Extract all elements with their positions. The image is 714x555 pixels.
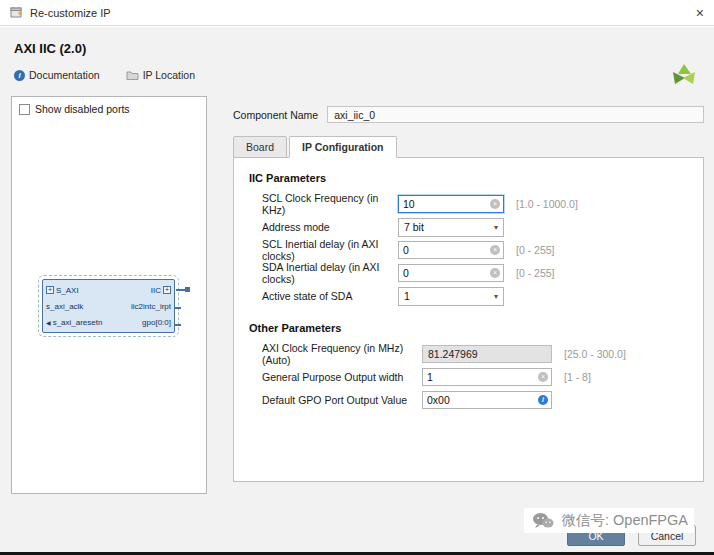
param-range: [0 - 255] bbox=[516, 267, 555, 279]
configuration-panel: Component Name Board IP Configuration II… bbox=[233, 96, 704, 482]
documentation-link-label: Documentation bbox=[29, 69, 100, 81]
component-name-row: Component Name bbox=[233, 106, 704, 123]
param-label: SDA Inertial delay (in AXI clocks) bbox=[262, 261, 398, 285]
address-mode-select[interactable]: 7 bit ▾ bbox=[398, 218, 504, 237]
component-name-input[interactable] bbox=[328, 109, 703, 121]
param-range: [1 - 8] bbox=[564, 371, 591, 383]
clear-icon[interactable]: × bbox=[490, 245, 500, 255]
other-parameters-section: Other Parameters AXI Clock Frequency (in… bbox=[248, 322, 689, 409]
ok-button[interactable]: OK bbox=[567, 525, 625, 546]
chevron-down-icon: ▾ bbox=[494, 292, 498, 301]
titlebar: Re-customize IP × bbox=[0, 0, 714, 26]
param-row-active-state-sda: Active state of SDA 1 ▾ bbox=[262, 287, 689, 305]
param-range: [1.0 - 1000.0] bbox=[516, 198, 578, 210]
port-label: s_axi_aresetn bbox=[53, 318, 103, 327]
param-label: AXI Clock Frequency (in MHz) (Auto) bbox=[262, 342, 422, 366]
vivado-logo bbox=[670, 61, 698, 89]
expand-plus-icon[interactable]: + bbox=[46, 286, 54, 294]
param-label: SCL Inertial delay (in AXI clocks) bbox=[262, 238, 398, 262]
sda-inertial-delay-input[interactable] bbox=[399, 267, 490, 279]
param-range: [25.0 - 300.0] bbox=[564, 348, 626, 360]
component-name-label: Component Name bbox=[233, 109, 318, 121]
port-label: gpo[0:0] bbox=[142, 318, 171, 327]
default-gpo-value-input[interactable] bbox=[423, 394, 538, 406]
port-s-axi[interactable]: + S_AXI bbox=[46, 286, 79, 295]
param-range: [0 - 255] bbox=[516, 244, 555, 256]
iic-port-connector bbox=[185, 287, 190, 292]
clear-icon[interactable]: × bbox=[538, 372, 548, 382]
iic-parameters-section: IIC Parameters SCL Clock Frequency (in K… bbox=[248, 172, 689, 305]
param-row-address-mode: Address mode 7 bit ▾ bbox=[262, 218, 689, 236]
panels: Show disabled ports + S_AXI IIC + bbox=[0, 96, 714, 494]
param-label: SCL Clock Frequency (in KHz) bbox=[262, 192, 398, 216]
show-disabled-ports-checkbox[interactable] bbox=[19, 104, 30, 115]
component-name-field[interactable] bbox=[327, 106, 704, 123]
section-title: IIC Parameters bbox=[249, 172, 689, 184]
param-row-scl-clock-frequency: SCL Clock Frequency (in KHz) × [1.0 - 10… bbox=[262, 195, 689, 213]
default-gpo-value-field[interactable]: i bbox=[422, 391, 552, 409]
tab-board[interactable]: Board bbox=[233, 136, 287, 158]
irpt-port-stub bbox=[175, 307, 181, 309]
scl-clock-frequency-field[interactable]: × bbox=[398, 195, 504, 213]
active-state-sda-select[interactable]: 1 ▾ bbox=[398, 287, 504, 306]
clear-icon[interactable]: × bbox=[490, 268, 500, 278]
port-s-axi-aclk[interactable]: s_axi_aclk bbox=[46, 302, 83, 311]
close-icon[interactable]: × bbox=[696, 6, 704, 20]
ip-location-link[interactable]: IP Location bbox=[126, 69, 195, 81]
tab-ip-configuration[interactable]: IP Configuration bbox=[289, 136, 396, 158]
port-iic2intc-irpt[interactable]: iic2intc_irpt bbox=[131, 302, 171, 311]
info-icon: i bbox=[14, 70, 25, 81]
param-row-axi-clock-frequency: AXI Clock Frequency (in MHz) (Auto) 81.2… bbox=[262, 345, 689, 363]
sda-inertial-delay-field[interactable]: × bbox=[398, 264, 504, 282]
dialog-title: Re-customize IP bbox=[30, 7, 111, 19]
links-row: i Documentation IP Location bbox=[14, 69, 714, 81]
show-disabled-ports[interactable]: Show disabled ports bbox=[12, 97, 206, 121]
diagram-canvas[interactable]: + S_AXI IIC + s_axi_aclk bbox=[12, 121, 206, 493]
folder-icon bbox=[126, 70, 139, 80]
ip-location-link-label: IP Location bbox=[143, 69, 195, 81]
scl-clock-frequency-input[interactable] bbox=[399, 198, 490, 210]
param-label: Address mode bbox=[262, 221, 398, 233]
port-iic[interactable]: IIC + bbox=[151, 286, 171, 295]
ip-title: AXI IIC (2.0) bbox=[14, 41, 714, 56]
select-value: 1 bbox=[404, 290, 410, 302]
gpo-width-input[interactable] bbox=[423, 371, 538, 383]
port-s-axi-aresetn[interactable]: ◀ s_axi_aresetn bbox=[46, 318, 102, 327]
axi-clock-frequency-field: 81.247969 bbox=[422, 345, 552, 363]
wechat-icon bbox=[532, 512, 554, 530]
section-title: Other Parameters bbox=[249, 322, 689, 334]
iic-port-stub bbox=[176, 289, 185, 291]
param-row-gpo-width: General Purpose Output width × [1 - 8] bbox=[262, 368, 689, 386]
select-value: 7 bit bbox=[404, 221, 424, 233]
cancel-button[interactable]: Cancel bbox=[638, 525, 696, 546]
ip-block[interactable]: + S_AXI IIC + s_axi_aclk bbox=[42, 279, 175, 333]
param-label: Active state of SDA bbox=[262, 290, 398, 302]
param-row-default-gpo-value: Default GPO Port Output Value i bbox=[262, 391, 689, 409]
documentation-link[interactable]: i Documentation bbox=[14, 69, 100, 81]
recustomize-ip-dialog: Re-customize IP × AXI IIC (2.0) i Docume… bbox=[0, 0, 714, 26]
dialog-content: AXI IIC (2.0) i Documentation IP Locatio… bbox=[0, 27, 714, 555]
input-arrow-icon: ◀ bbox=[46, 319, 51, 326]
param-row-scl-inertial-delay: SCL Inertial delay (in AXI clocks) × [0 … bbox=[262, 241, 689, 259]
expand-plus-icon[interactable]: + bbox=[163, 286, 171, 294]
port-gpo[interactable]: gpo[0:0] bbox=[142, 318, 171, 327]
gpo-port-stub bbox=[175, 324, 181, 326]
scl-inertial-delay-field[interactable]: × bbox=[398, 241, 504, 259]
footer: OK Cancel bbox=[567, 525, 696, 546]
pin-row: s_axi_aclk iic2intc_irpt bbox=[46, 299, 171, 313]
scl-inertial-delay-input[interactable] bbox=[399, 244, 490, 256]
ip-configuration-tab-content: IIC Parameters SCL Clock Frequency (in K… bbox=[233, 157, 704, 482]
pin-row: ◀ s_axi_aresetn gpo[0:0] bbox=[46, 315, 171, 329]
gpo-width-field[interactable]: × bbox=[422, 368, 552, 386]
param-label: Default GPO Port Output Value bbox=[262, 394, 422, 406]
clear-icon[interactable]: × bbox=[490, 199, 500, 209]
port-label: iic2intc_irpt bbox=[131, 302, 171, 311]
param-label: General Purpose Output width bbox=[262, 371, 422, 383]
block-diagram-panel: Show disabled ports + S_AXI IIC + bbox=[11, 96, 207, 494]
tabs: Board IP Configuration bbox=[233, 136, 704, 158]
pin-row: + S_AXI IIC + bbox=[46, 283, 171, 297]
port-label: S_AXI bbox=[56, 286, 79, 295]
port-label: s_axi_aclk bbox=[46, 302, 83, 311]
param-row-sda-inertial-delay: SDA Inertial delay (in AXI clocks) × [0 … bbox=[262, 264, 689, 282]
recustomize-ip-icon bbox=[10, 6, 23, 19]
